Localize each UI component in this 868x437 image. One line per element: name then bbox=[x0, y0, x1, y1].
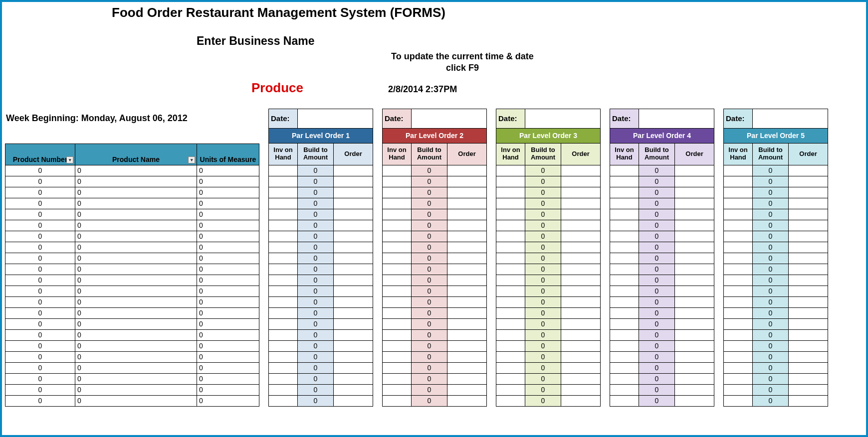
cell-order[interactable] bbox=[334, 308, 373, 318]
cell-order[interactable] bbox=[334, 253, 373, 264]
cell-order[interactable] bbox=[447, 308, 486, 318]
cell-product-number[interactable]: 0 bbox=[5, 253, 75, 264]
table-row[interactable]: 0 bbox=[723, 242, 828, 253]
cell-inv-on-hand[interactable] bbox=[383, 297, 412, 307]
table-row[interactable]: 0 bbox=[496, 187, 601, 198]
cell-build-to-amount[interactable]: 0 bbox=[639, 187, 675, 198]
table-row[interactable]: 0 bbox=[382, 330, 487, 341]
cell-product-number[interactable]: 0 bbox=[5, 385, 75, 395]
cell-build-to-amount[interactable]: 0 bbox=[753, 187, 789, 198]
cell-units-of-measure[interactable]: 0 bbox=[197, 231, 259, 242]
cell-build-to-amount[interactable]: 0 bbox=[525, 209, 561, 220]
cell-product-number[interactable]: 0 bbox=[5, 187, 75, 198]
cell-order[interactable] bbox=[675, 242, 714, 253]
cell-product-name[interactable]: 0 bbox=[75, 385, 197, 395]
table-row[interactable]: 0 bbox=[496, 242, 601, 253]
table-row[interactable]: 000 bbox=[5, 264, 259, 275]
cell-build-to-amount[interactable]: 0 bbox=[639, 242, 675, 253]
cell-build-to-amount[interactable]: 0 bbox=[298, 176, 334, 187]
cell-build-to-amount[interactable]: 0 bbox=[639, 330, 675, 340]
cell-build-to-amount[interactable]: 0 bbox=[525, 319, 561, 329]
cell-order[interactable] bbox=[447, 352, 486, 362]
cell-product-name[interactable]: 0 bbox=[75, 209, 197, 220]
cell-order[interactable] bbox=[789, 286, 828, 296]
cell-order[interactable] bbox=[334, 275, 373, 286]
cell-units-of-measure[interactable]: 0 bbox=[197, 176, 259, 187]
cell-build-to-amount[interactable]: 0 bbox=[639, 297, 675, 307]
cell-build-to-amount[interactable]: 0 bbox=[298, 231, 334, 242]
cell-order[interactable] bbox=[675, 374, 714, 384]
table-row[interactable]: 0 bbox=[723, 264, 828, 275]
table-row[interactable]: 0 bbox=[382, 319, 487, 330]
table-row[interactable]: 0 bbox=[723, 385, 828, 396]
cell-build-to-amount[interactable]: 0 bbox=[639, 396, 675, 406]
cell-order[interactable] bbox=[447, 396, 486, 406]
table-row[interactable]: 000 bbox=[5, 363, 259, 374]
cell-order[interactable] bbox=[789, 319, 828, 329]
cell-order[interactable] bbox=[789, 209, 828, 220]
table-row[interactable]: 0 bbox=[382, 198, 487, 209]
table-row[interactable]: 0 bbox=[496, 198, 601, 209]
cell-build-to-amount[interactable]: 0 bbox=[412, 220, 447, 231]
cell-inv-on-hand[interactable] bbox=[610, 231, 639, 242]
table-row[interactable]: 0 bbox=[723, 374, 828, 385]
table-row[interactable]: 0 bbox=[268, 187, 373, 198]
cell-build-to-amount[interactable]: 0 bbox=[639, 231, 675, 242]
cell-build-to-amount[interactable]: 0 bbox=[525, 275, 561, 286]
cell-order[interactable] bbox=[334, 319, 373, 329]
table-row[interactable]: 000 bbox=[5, 275, 259, 286]
table-row[interactable]: 0 bbox=[382, 385, 487, 396]
cell-order[interactable] bbox=[789, 352, 828, 362]
table-row[interactable]: 0 bbox=[610, 176, 714, 187]
cell-order[interactable] bbox=[561, 220, 600, 231]
cell-order[interactable] bbox=[561, 352, 600, 362]
cell-build-to-amount[interactable]: 0 bbox=[639, 286, 675, 296]
table-row[interactable]: 0 bbox=[268, 264, 373, 275]
cell-build-to-amount[interactable]: 0 bbox=[298, 341, 334, 351]
cell-order[interactable] bbox=[675, 220, 714, 231]
cell-build-to-amount[interactable]: 0 bbox=[753, 330, 789, 340]
table-row[interactable]: 000 bbox=[5, 319, 259, 330]
cell-order[interactable] bbox=[334, 187, 373, 198]
cell-inv-on-hand[interactable] bbox=[496, 198, 525, 209]
table-row[interactable]: 0 bbox=[723, 341, 828, 352]
cell-inv-on-hand[interactable] bbox=[383, 308, 412, 318]
cell-inv-on-hand[interactable] bbox=[610, 341, 639, 351]
cell-inv-on-hand[interactable] bbox=[610, 165, 639, 176]
table-row[interactable]: 0 bbox=[268, 308, 373, 319]
cell-units-of-measure[interactable]: 0 bbox=[197, 220, 259, 231]
cell-inv-on-hand[interactable] bbox=[610, 198, 639, 209]
cell-product-number[interactable]: 0 bbox=[5, 352, 75, 362]
cell-inv-on-hand[interactable] bbox=[610, 308, 639, 318]
cell-product-name[interactable]: 0 bbox=[75, 253, 197, 264]
cell-build-to-amount[interactable]: 0 bbox=[525, 352, 561, 362]
cell-inv-on-hand[interactable] bbox=[724, 385, 753, 395]
table-row[interactable]: 0 bbox=[268, 165, 373, 176]
cell-inv-on-hand[interactable] bbox=[724, 220, 753, 231]
cell-inv-on-hand[interactable] bbox=[724, 297, 753, 307]
header-product-number[interactable]: Product Number bbox=[5, 144, 75, 165]
table-row[interactable]: 0 bbox=[268, 330, 373, 341]
cell-inv-on-hand[interactable] bbox=[383, 242, 412, 253]
cell-order[interactable] bbox=[789, 264, 828, 275]
table-row[interactable]: 0 bbox=[610, 209, 714, 220]
cell-build-to-amount[interactable]: 0 bbox=[753, 385, 789, 395]
cell-units-of-measure[interactable]: 0 bbox=[197, 165, 259, 176]
filter-dropdown-icon[interactable] bbox=[66, 156, 73, 163]
table-row[interactable]: 0 bbox=[268, 242, 373, 253]
cell-inv-on-hand[interactable] bbox=[383, 341, 412, 351]
cell-build-to-amount[interactable]: 0 bbox=[639, 363, 675, 373]
cell-inv-on-hand[interactable] bbox=[610, 176, 639, 187]
table-row[interactable]: 0 bbox=[610, 275, 714, 286]
date-input[interactable] bbox=[298, 109, 373, 128]
cell-build-to-amount[interactable]: 0 bbox=[525, 187, 561, 198]
table-row[interactable]: 0 bbox=[723, 297, 828, 308]
cell-inv-on-hand[interactable] bbox=[269, 297, 298, 307]
cell-order[interactable] bbox=[675, 396, 714, 406]
cell-order[interactable] bbox=[334, 396, 373, 406]
cell-inv-on-hand[interactable] bbox=[610, 275, 639, 286]
table-row[interactable]: 0 bbox=[268, 231, 373, 242]
table-row[interactable]: 0 bbox=[496, 231, 601, 242]
cell-build-to-amount[interactable]: 0 bbox=[639, 220, 675, 231]
cell-inv-on-hand[interactable] bbox=[724, 253, 753, 264]
